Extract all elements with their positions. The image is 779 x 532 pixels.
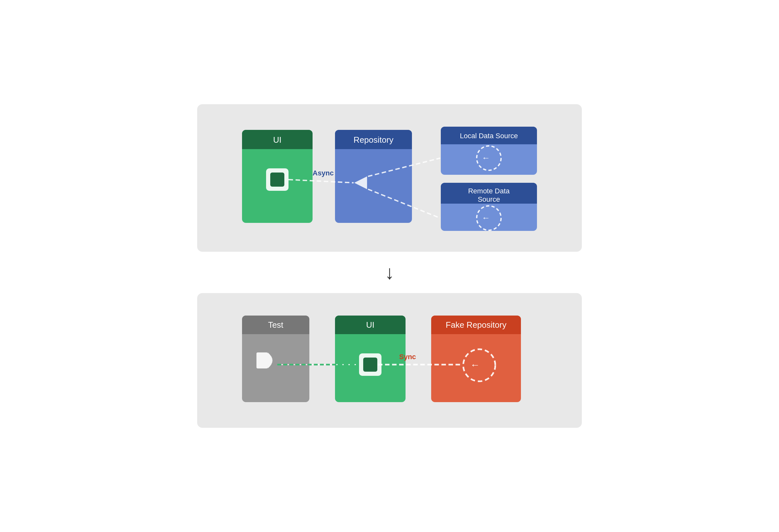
arrow-down: ↓: [385, 261, 394, 284]
fake-repo-label: Fake Repository: [445, 320, 506, 330]
top-diagram: UI Repository Local Data Source ←: [197, 104, 582, 252]
svg-rect-4: [270, 173, 284, 187]
async-label: Async: [312, 169, 334, 177]
local-ds-label: Local Data Source: [460, 132, 518, 140]
ui-label: UI: [273, 135, 282, 144]
bottom-diagram: Test UI Fake Repository ←: [197, 293, 582, 428]
svg-text:←: ←: [482, 213, 490, 223]
sync-label: Sync: [399, 353, 416, 361]
test-label: Test: [268, 320, 283, 330]
main-container: UI Repository Local Data Source ←: [197, 104, 582, 428]
svg-rect-31: [363, 358, 377, 372]
svg-rect-26: [256, 352, 268, 368]
svg-text:←: ←: [470, 359, 480, 370]
remote-ds-label: Remote Data: [468, 187, 510, 195]
svg-text:Source: Source: [478, 195, 500, 203]
ui-bottom-label: UI: [366, 320, 374, 330]
svg-text:←: ←: [482, 153, 490, 163]
repo-label: Repository: [354, 135, 393, 144]
